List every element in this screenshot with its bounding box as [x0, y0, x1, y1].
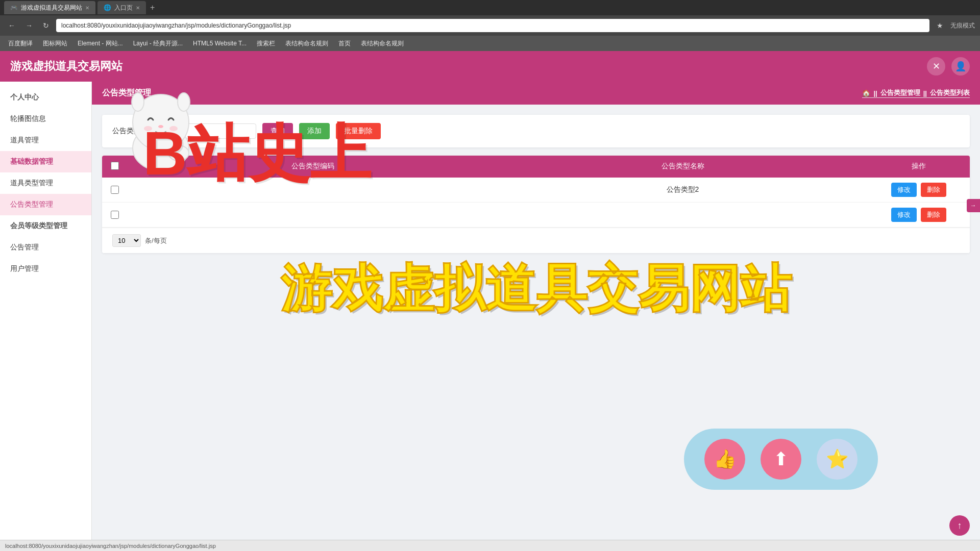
status-text: localhost:8080/youxixunidaojujiaoyiwangz… [5, 543, 216, 549]
bookmark-search[interactable]: 搜索栏 [253, 38, 279, 49]
sidebar-item-prop-type[interactable]: 道具类型管理 [0, 172, 91, 194]
sidebar-item-props[interactable]: 道具管理 [0, 130, 91, 151]
sidebar-item-slideshow[interactable]: 轮播图信息 [0, 108, 91, 130]
search-button[interactable]: 查询 [262, 123, 293, 139]
sidebar-label: 轮播图信息 [10, 114, 46, 122]
sidebar-label: 用户管理 [10, 264, 39, 272]
bookmark-label: 首页 [338, 39, 351, 48]
close-header-button[interactable]: ✕ [927, 57, 945, 76]
cell-checkbox [102, 203, 128, 227]
table-header: 公告类型编码 公告类型名称 操作 [102, 156, 970, 178]
no-format-button[interactable]: 无痕模式 [950, 21, 975, 30]
select-all-checkbox[interactable] [111, 162, 119, 170]
cell-name [498, 203, 868, 227]
app-title: 游戏虚拟道具交易网站 [10, 59, 122, 74]
header-checkbox [102, 156, 128, 178]
breadcrumb-sep2: || [923, 89, 927, 97]
tab-game-site[interactable]: 🎮 游戏虚拟道具交易网站 ✕ [4, 1, 95, 14]
sidebar-label: 道具类型管理 [10, 179, 53, 187]
sidebar-item-personal-center[interactable]: 个人中心 [0, 87, 91, 108]
tab-label: 游戏虚拟道具交易网站 [21, 4, 82, 12]
content-body: 公告类型名 查询 添加 批量删除 公告类型编码 公告类型名称 操作 [92, 105, 980, 263]
bookmark-icon[interactable]: ★ [937, 21, 943, 30]
bookmark-bar: 百度翻译 图标网站 Element - 网站... Layui - 经典开源..… [0, 36, 980, 51]
bookmark-label: Element - 网站... [78, 39, 123, 48]
tab-icon2: 🌐 [104, 4, 111, 11]
breadcrumb-sep1: || [873, 89, 877, 97]
row1-checkbox[interactable] [111, 186, 119, 194]
status-bar: localhost:8080/youxixunidaojujiaoyiwangz… [0, 540, 980, 551]
back-button[interactable]: ← [5, 19, 18, 32]
sidebar-label: 基础数据管理 [10, 157, 53, 165]
tab-entrance[interactable]: 🌐 入口页 ✕ [97, 1, 146, 14]
search-label: 公告类型名 [112, 127, 148, 136]
cell-code [128, 178, 498, 202]
address-bar[interactable]: localhost:8080/youxixunidaojujiaoyiwangz… [56, 19, 929, 32]
header-name: 公告类型名称 [498, 156, 868, 178]
bookmark-element[interactable]: Element - 网站... [74, 38, 127, 49]
pagination: 10 20 50 100 条/每页 [102, 228, 970, 253]
tab-close-btn[interactable]: ✕ [85, 5, 89, 11]
breadcrumb-home-icon[interactable]: 🏠 [862, 89, 870, 97]
bookmark-home[interactable]: 首页 [334, 38, 355, 49]
sidebar-label: 个人中心 [10, 93, 39, 101]
scroll-top-button[interactable]: ↑ [949, 515, 970, 536]
bookmark-label: HTML5 Website T... [193, 40, 247, 47]
bookmark-label: 搜索栏 [257, 39, 275, 48]
cell-name: 公告类型2 [498, 178, 868, 202]
main-layout: 个人中心 轮播图信息 道具管理 基础数据管理 道具类型管理 公告类型管理 会员等… [0, 82, 980, 551]
star-button[interactable]: ⭐ [817, 439, 857, 480]
bookmark-layui[interactable]: Layui - 经典开源... [129, 38, 187, 49]
page-header: 公告类型管理 🏠 || 公告类型管理 || 公告类型列表 [92, 82, 980, 105]
delete-button-1[interactable]: 删除 [921, 183, 946, 197]
content-area: 公告类型管理 🏠 || 公告类型管理 || 公告类型列表 公告类型名 查询 添加… [92, 82, 980, 551]
tab-label2: 入口页 [114, 4, 133, 12]
like-button[interactable]: 👍 [704, 439, 745, 480]
modify-button-1[interactable]: 修改 [891, 183, 917, 197]
sidebar: 个人中心 轮播图信息 道具管理 基础数据管理 道具类型管理 公告类型管理 会员等… [0, 82, 92, 551]
bookmark-table-rules1[interactable]: 表结构命名规则 [281, 38, 332, 49]
breadcrumb-level1: 公告类型管理 [880, 88, 920, 97]
page-size-select[interactable]: 10 20 50 100 [112, 234, 141, 247]
bookmark-label: Layui - 经典开源... [133, 39, 183, 48]
sidebar-label: 道具管理 [10, 136, 39, 144]
url-text: localhost:8080/youxixunidaojujiaoyiwangz… [61, 22, 291, 29]
bookmark-label: 表结构命名规则 [361, 39, 404, 48]
sidebar-item-announce[interactable]: 公告管理 [0, 237, 91, 258]
user-header-button[interactable]: 👤 [951, 57, 970, 76]
delete-button-2[interactable]: 删除 [921, 208, 946, 222]
page-header-title: 公告类型管理 [102, 88, 151, 98]
row2-checkbox[interactable] [111, 211, 119, 219]
new-tab-button[interactable]: + [150, 3, 155, 12]
bookmark-icons[interactable]: 图标网站 [39, 38, 71, 49]
bookmark-html5[interactable]: HTML5 Website T... [189, 39, 251, 48]
refresh-button[interactable]: ↻ [40, 19, 52, 32]
tab-close-btn2[interactable]: ✕ [136, 5, 140, 11]
forward-button[interactable]: → [22, 19, 36, 32]
sidebar-item-basic-data[interactable]: 基础数据管理 [0, 151, 91, 172]
header-actions: 操作 [868, 156, 970, 178]
add-button[interactable]: 添加 [299, 123, 330, 139]
sidebar-item-announce-type[interactable]: 公告类型管理 [0, 194, 91, 215]
app-header: 游戏虚拟道具交易网站 ✕ 👤 [0, 51, 980, 82]
sidebar-item-user[interactable]: 用户管理 [0, 258, 91, 280]
cell-checkbox [102, 178, 128, 202]
browser-chrome: 🎮 游戏虚拟道具交易网站 ✕ 🌐 入口页 ✕ + ← → ↻ localhost… [0, 0, 980, 36]
search-toolbar: 公告类型名 查询 添加 批量删除 [102, 115, 970, 147]
bookmark-translate[interactable]: 百度翻译 [4, 38, 37, 49]
bookmark-table-rules2[interactable]: 表结构命名规则 [357, 38, 408, 49]
modify-button-2[interactable]: 修改 [891, 208, 917, 222]
cell-code [128, 203, 498, 227]
header-icons: ✕ 👤 [927, 57, 970, 76]
batch-delete-button[interactable]: 批量删除 [336, 123, 381, 139]
page-size-label: 条/每页 [145, 236, 167, 245]
search-input[interactable] [154, 123, 256, 139]
bookmark-label: 图标网站 [43, 39, 67, 48]
data-table: 公告类型编码 公告类型名称 操作 公告类型2 修改 删除 [102, 156, 970, 253]
header-code: 公告类型编码 [128, 156, 498, 178]
bookmark-label: 表结构命名规则 [285, 39, 328, 48]
cell-actions: 修改 删除 [868, 203, 970, 227]
share-button[interactable]: ⬆ [761, 439, 801, 480]
sidebar-item-member-level[interactable]: 会员等级类型管理 [0, 215, 91, 237]
bookmark-label: 百度翻译 [8, 39, 33, 48]
